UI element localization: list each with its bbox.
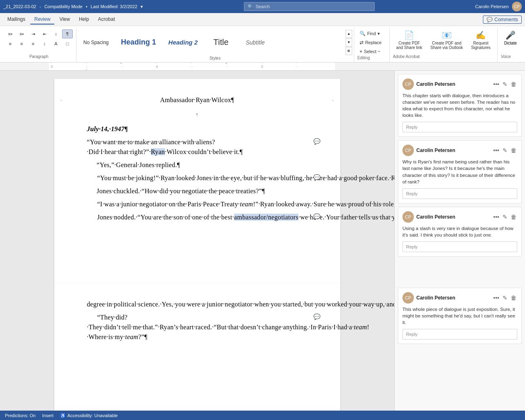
comment-bubble-2[interactable]: 💬 bbox=[313, 173, 320, 182]
filename: _21_2022-03-02 bbox=[3, 4, 36, 9]
comment-avatar-3: CP bbox=[402, 211, 414, 223]
request-signatures-btn[interactable]: ✍️ RequestSignatures bbox=[468, 29, 494, 51]
comment-edit-btn-3[interactable]: ✎ bbox=[502, 213, 508, 221]
style-no-spacing[interactable]: No Spacing bbox=[78, 30, 114, 55]
style-heading-2[interactable]: Heading 2 bbox=[163, 30, 203, 55]
para-marks-btn[interactable]: ¶ bbox=[62, 29, 73, 38]
comment-edit-btn-4[interactable]: ✎ bbox=[502, 294, 508, 302]
tab-mailings[interactable]: Mailings bbox=[3, 15, 29, 25]
list-btn-2[interactable]: ≡• bbox=[16, 29, 27, 38]
find-button[interactable]: 🔍 Find ▾ bbox=[357, 29, 386, 38]
comment-actions-2: ••• ✎ 🗑 bbox=[492, 146, 517, 154]
accessibility-status: ♿ Accessibility: Unavailable bbox=[60, 413, 118, 418]
para-1-text: “You·want·me·to·make·an·alliance·with·al… bbox=[87, 139, 243, 155]
margin-bullet-left: • bbox=[61, 98, 62, 103]
comment-bubble-4[interactable]: 💬 bbox=[313, 313, 320, 321]
paragraph-group: ≡• ≡• ⇥ ⇤ ↕ ¶ ≡ ≡ ≡ ↕ A □ Paragraph bbox=[2, 28, 76, 62]
adobe-btns: 📄 Create PDFand Share link 📧 Create PDF … bbox=[393, 29, 494, 51]
para-4: Jones·chuckled.·“How·did·you·negotiate·t… bbox=[97, 186, 308, 196]
separator2: • bbox=[86, 4, 87, 9]
ruler: · · 1 · · 2 · · 3 · · 4 · · 5 · · 6 bbox=[0, 63, 525, 71]
margin-bullet-right: • bbox=[332, 98, 333, 103]
reply-input-1[interactable]: Reply bbox=[402, 122, 517, 132]
comment-delete-btn-2[interactable]: 🗑 bbox=[510, 146, 517, 154]
user-avatar[interactable]: CP bbox=[512, 2, 522, 11]
comments-spacer bbox=[398, 260, 522, 284]
line-spacing[interactable]: ↕ bbox=[39, 39, 50, 48]
tab-help[interactable]: Help bbox=[75, 15, 93, 25]
shading-btn[interactable]: A bbox=[51, 39, 61, 48]
comment-avatar-2: CP bbox=[402, 145, 414, 156]
indent-decrease[interactable]: ⇤ bbox=[39, 29, 50, 38]
create-pdf-outlook-btn[interactable]: 📧 Create PDF andShare via Outlook bbox=[427, 29, 467, 51]
ruler-inner: · · 1 · · 2 · · 3 · · 4 · · 5 · · 6 bbox=[49, 63, 335, 70]
styles-scroll-up[interactable]: ▲ bbox=[346, 30, 352, 38]
insert-status: Insert bbox=[42, 413, 54, 418]
tab-acrobat[interactable]: Acrobat bbox=[94, 15, 119, 25]
comment-header-4: CP Carolin Petersen ••• ✎ 🗑 bbox=[402, 292, 517, 304]
comment-delete-btn-1[interactable]: 🗑 bbox=[510, 80, 517, 88]
ribbon-content: ≡• ≡• ⇥ ⇤ ↕ ¶ ≡ ≡ ≡ ↕ A □ Paragraph bbox=[0, 26, 525, 62]
tab-review[interactable]: Review bbox=[30, 15, 54, 25]
comment-bubble-3[interactable]: 💬 bbox=[313, 212, 320, 221]
comment-author-1: Carolin Petersen bbox=[416, 81, 490, 87]
editing-group-label: Editing bbox=[357, 56, 386, 62]
style-subtitle[interactable]: Subtitle bbox=[239, 30, 272, 55]
select-button[interactable]: ⌖ Select ~ bbox=[357, 47, 386, 56]
align-left[interactable]: ≡ bbox=[5, 39, 16, 48]
para-5: “I·was·a·junior·negotiator·on·the·Paris·… bbox=[87, 199, 308, 209]
predictions-status: Predictions: On bbox=[5, 413, 36, 418]
comments-label: Comments bbox=[494, 17, 518, 22]
reply-input-3[interactable]: Reply bbox=[402, 241, 517, 252]
indent-increase[interactable]: ⇥ bbox=[28, 29, 38, 38]
comment-body-2: Why is Ryan's first name being used rath… bbox=[402, 159, 517, 185]
replace-label: Replace bbox=[365, 40, 382, 45]
align-right[interactable]: ≡ bbox=[28, 39, 38, 48]
list-btn[interactable]: ≡• bbox=[5, 29, 16, 38]
comment-delete-btn-4[interactable]: 🗑 bbox=[510, 294, 517, 302]
comment-edit-btn-2[interactable]: ✎ bbox=[502, 146, 508, 154]
comment-avatar-4: CP bbox=[402, 292, 414, 304]
reply-input-4[interactable]: Reply bbox=[402, 329, 517, 340]
comment-header-3: CP Carolin Petersen ••• ✎ 🗑 bbox=[402, 211, 517, 223]
comment-body-4: This whole piece of dialogue is just exp… bbox=[402, 306, 517, 326]
reply-input-2[interactable]: Reply bbox=[402, 188, 517, 199]
sort-btn[interactable]: ↕ bbox=[51, 29, 61, 38]
align-center[interactable]: ≡ bbox=[16, 39, 27, 48]
comment-author-4: Carolin Petersen bbox=[416, 295, 490, 301]
comment-more-btn-2[interactable]: ••• bbox=[492, 146, 500, 154]
create-pdf-share-btn[interactable]: 📄 Create PDFand Share link bbox=[393, 29, 426, 51]
styles-scroll-buttons: ▲ ▼ ⊞ bbox=[346, 30, 352, 55]
comment-bubble-1[interactable]: 💬 bbox=[313, 137, 320, 146]
dictate-icon: 🎤 bbox=[505, 30, 516, 40]
comment-delete-btn-3[interactable]: 🗑 bbox=[510, 213, 517, 221]
comment-more-btn-3[interactable]: ••• bbox=[492, 213, 500, 221]
style-title-label: Title bbox=[213, 38, 228, 47]
tab-view[interactable]: View bbox=[55, 15, 74, 25]
para-2: “Yes,”·General·Jones·replied.¶ bbox=[97, 160, 308, 170]
comment-more-btn-1[interactable]: ••• bbox=[492, 80, 500, 88]
style-title[interactable]: Title bbox=[205, 30, 237, 55]
search-box[interactable]: 🔍 Search bbox=[244, 2, 375, 11]
styles-group: No Spacing Heading 1 Heading 2 Title Sub… bbox=[76, 28, 354, 62]
comment-more-btn-4[interactable]: ••• bbox=[492, 294, 500, 302]
document-page-1: • • Ambassador·Ryan·Wilcox¶ ¶ July·14,·1… bbox=[54, 79, 340, 283]
comment-edit-btn-1[interactable]: ✎ bbox=[502, 80, 508, 88]
find-arrow: ▾ bbox=[378, 31, 380, 36]
accessibility-label: Accessibility: Unavailable bbox=[67, 413, 118, 418]
ribbon-row-2: ≡ ≡ ≡ ↕ A □ bbox=[5, 39, 73, 48]
replace-button[interactable]: ⇄ Replace bbox=[357, 38, 386, 47]
select-icon: ⌖ bbox=[360, 49, 362, 54]
style-heading-1[interactable]: Heading 1 bbox=[116, 30, 161, 55]
styles-expand[interactable]: ⊞ bbox=[346, 47, 352, 55]
document-area[interactable]: • • Ambassador·Ryan·Wilcox¶ ¶ July·14,·1… bbox=[0, 71, 394, 411]
styles-scroll-down[interactable]: ▼ bbox=[346, 38, 352, 47]
pdf-icon: 📄 bbox=[404, 30, 414, 40]
comment-card-3: CP Carolin Petersen ••• ✎ 🗑 Using a slas… bbox=[398, 207, 522, 257]
ribbon-content-area: ≡• ≡• ⇥ ⇤ ↕ ¶ ≡ ≡ ≡ ↕ A □ Paragraph bbox=[0, 26, 525, 63]
borders-btn[interactable]: □ bbox=[62, 39, 73, 48]
comments-button[interactable]: 💬 Comments bbox=[483, 16, 522, 24]
styles-items: No Spacing Heading 1 Heading 2 Title Sub… bbox=[78, 30, 346, 55]
dictate-button[interactable]: 🎤 Dictate bbox=[501, 29, 520, 46]
accessibility-icon: ♿ bbox=[60, 413, 66, 418]
